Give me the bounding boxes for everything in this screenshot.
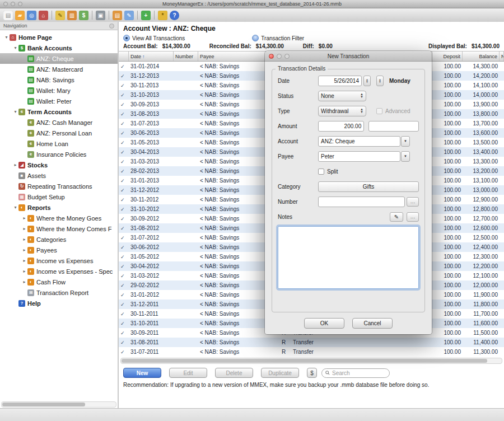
sidebar-item-assets[interactable]: ■Assets	[0, 170, 118, 181]
open-database-icon[interactable]: ▰	[15, 11, 25, 20]
split-checkbox[interactable]	[318, 169, 324, 175]
number-ellipsis-button[interactable]: …	[407, 197, 419, 207]
cancel-button[interactable]: Cancel	[352, 318, 393, 329]
organize-categories-icon[interactable]: ▣	[96, 11, 105, 20]
account-list-icon[interactable]: ▥	[67, 11, 77, 20]
sidebar-item-term-accounts[interactable]: ▾¢Term Accounts	[0, 106, 118, 117]
category-button[interactable]: Gifts	[318, 181, 419, 192]
minimize-window-button[interactable]	[11, 2, 15, 6]
date-stepper[interactable]: ▲▼	[363, 76, 371, 86]
payee-dropdown-button[interactable]: ▼	[401, 151, 410, 162]
type-dropdown[interactable]: Withdrawal ▲▼	[318, 106, 366, 116]
payee-combobox[interactable]: Peter	[318, 151, 400, 162]
organize-payees-icon[interactable]: ▤	[113, 11, 122, 20]
website-icon[interactable]: ◎	[27, 11, 36, 20]
sidebar-item-repeating-transactions[interactable]: ↻Repeating Transactions	[0, 181, 118, 191]
tree-expander-icon[interactable]: ▸	[21, 258, 27, 263]
sidebar-item-help[interactable]: ?Help	[0, 298, 118, 308]
column-header-status[interactable]	[119, 52, 129, 61]
table-row[interactable]: ✓31-08-2011< NAB: SavingsRTransfer100.00…	[119, 338, 504, 347]
sidebar-item-cash-flow[interactable]: ▸◐Cash Flow	[0, 277, 118, 287]
currency-format-button[interactable]: $	[307, 368, 317, 378]
number-input[interactable]	[318, 197, 405, 207]
notes-ellipsis-button[interactable]: …	[407, 212, 419, 222]
table-horizontal-scrollbar[interactable]	[120, 358, 502, 364]
table-scrollbar-thumb[interactable]	[122, 359, 487, 363]
transaction-filter-radio[interactable]	[252, 35, 259, 41]
sidebar-item-anz-cheque[interactable]: ▤ANZ: Cheque	[0, 53, 118, 64]
sidebar-item-budget-setup[interactable]: ▦Budget Setup	[0, 191, 118, 202]
tree-expander-icon[interactable]: ▸	[21, 216, 27, 221]
sidebar-horizontal-scrollbar[interactable]	[1, 401, 116, 408]
sidebar-item-reports[interactable]: ▾◐Reports	[0, 202, 118, 213]
sidebar-item-income-vs-expenses[interactable]: ▸◐Income vs Expenses	[0, 255, 118, 266]
window-title: MoneyManagerEx : /Users/pom/scratch/mmex…	[0, 1, 504, 7]
about-icon[interactable]: ?	[170, 11, 179, 20]
edit-button[interactable]: Edit	[169, 368, 207, 378]
date-input[interactable]: 5/26/2014	[318, 76, 362, 86]
sidebar-collapse-button[interactable]	[109, 24, 114, 29]
sidebar-item-insurance-policies[interactable]: ¢Insurance Policies	[0, 149, 118, 160]
column-header-notes[interactable]: Notes	[500, 52, 504, 61]
search-field[interactable]: Search	[321, 368, 390, 378]
view-all-transactions-radio[interactable]	[123, 35, 130, 41]
new-account-icon[interactable]: ✎	[55, 11, 65, 20]
sidebar-item-where-the-money-goes[interactable]: ▸◐Where the Money Goes	[0, 213, 118, 223]
duplicate-button[interactable]: Duplicate	[261, 368, 299, 378]
transaction-filter-icon[interactable]: ✎	[124, 11, 134, 20]
tree-expander-icon[interactable]: ▾	[3, 35, 10, 40]
new-button[interactable]: New	[123, 368, 161, 378]
tree-expander-icon[interactable]: ▸	[12, 162, 18, 167]
amount-input[interactable]: 200.00	[318, 121, 364, 132]
column-header-number[interactable]: Number	[174, 52, 198, 61]
sidebar-item-home-loan[interactable]: ¢Home Loan	[0, 138, 118, 149]
sidebar-item-payees[interactable]: ▸◐Payees	[0, 245, 118, 255]
account-combobox[interactable]: ANZ: Cheque	[318, 136, 400, 147]
sidebar-item-wallet-mary[interactable]: ▤Wallet: Mary	[0, 85, 118, 96]
dialog-close-button[interactable]	[269, 54, 274, 59]
account-dropdown-button[interactable]: ▼	[401, 136, 410, 147]
home-icon[interactable]: ⌂	[39, 11, 48, 20]
sidebar-item-stocks[interactable]: ▸◢Stocks	[0, 160, 118, 170]
sidebar-item-income-vs-expenses-spec[interactable]: ▸◐Income vs Expenses - Spec	[0, 266, 118, 277]
sidebar-item-bank-accounts[interactable]: ▾$Bank Accounts	[0, 43, 118, 53]
sidebar-item-home-page[interactable]: ▾⌂Home Page	[0, 32, 118, 43]
column-header-deposit[interactable]: Deposit	[432, 52, 463, 61]
close-window-button[interactable]	[3, 2, 8, 6]
sidebar-item-wallet-peter[interactable]: ▤Wallet: Peter	[0, 96, 118, 106]
options-icon[interactable]: *	[158, 11, 167, 20]
column-header-balance[interactable]: Balance	[463, 52, 500, 61]
sidebar-item-where-the-money-comes-f[interactable]: ▸◐Where the Money Comes F	[0, 223, 118, 234]
sidebar-item-nab-savings[interactable]: ▤NAB: Savings	[0, 74, 118, 85]
tree-expander-icon[interactable]: ▸	[21, 237, 27, 242]
advanced-checkbox[interactable]	[376, 108, 382, 114]
tree-expander-icon[interactable]: ▸	[21, 247, 27, 252]
ok-button[interactable]: OK	[304, 318, 344, 329]
date-spin-control[interactable]: ▲▼	[376, 76, 384, 86]
status-dropdown[interactable]: None ▲▼	[318, 91, 366, 101]
notes-textarea[interactable]	[278, 226, 419, 289]
tree-expander-icon[interactable]: ▾	[12, 205, 18, 210]
sidebar-item-anz-mastercard[interactable]: ▤ANZ: Mastercard	[0, 64, 118, 74]
amount-to-input[interactable]	[368, 121, 419, 132]
sidebar-item-anz-personal-loan[interactable]: ¢ANZ: Personal Loan	[0, 128, 118, 138]
sidebar-item-transaction-report[interactable]: ⊞Transaction Report	[0, 287, 118, 298]
tree-expander-icon[interactable]: ▾	[12, 45, 18, 50]
notes-edit-icon[interactable]: ✎	[390, 212, 403, 222]
currency-icon[interactable]: $	[79, 11, 88, 20]
table-row[interactable]: ✓31-07-2011< NAB: SavingsRTransfer100.00…	[119, 347, 504, 357]
window-titlebar[interactable]: MoneyManagerEx : /Users/pom/scratch/mmex…	[0, 0, 504, 8]
tree-expander-icon[interactable]: ▸	[21, 226, 27, 231]
dialog-titlebar[interactable]: New Transaction	[265, 51, 432, 62]
tree-expander-icon[interactable]: ▸	[21, 279, 27, 284]
new-database-icon[interactable]: ▤	[3, 11, 13, 20]
tree-expander-icon[interactable]: ▸	[21, 269, 27, 274]
new-transaction-icon[interactable]: +	[141, 11, 151, 20]
sidebar-item-anz-cash-manager[interactable]: ¢ANZ: Cash Manager	[0, 117, 118, 128]
sidebar-scrollbar-thumb[interactable]	[2, 403, 85, 406]
delete-button[interactable]: Delete	[215, 368, 253, 378]
tree-expander-icon[interactable]: ▾	[12, 109, 18, 114]
sidebar-item-categories[interactable]: ▸◐Categories	[0, 234, 118, 245]
column-header-date[interactable]: Date↑	[129, 52, 174, 61]
zoom-window-button[interactable]	[18, 2, 22, 6]
